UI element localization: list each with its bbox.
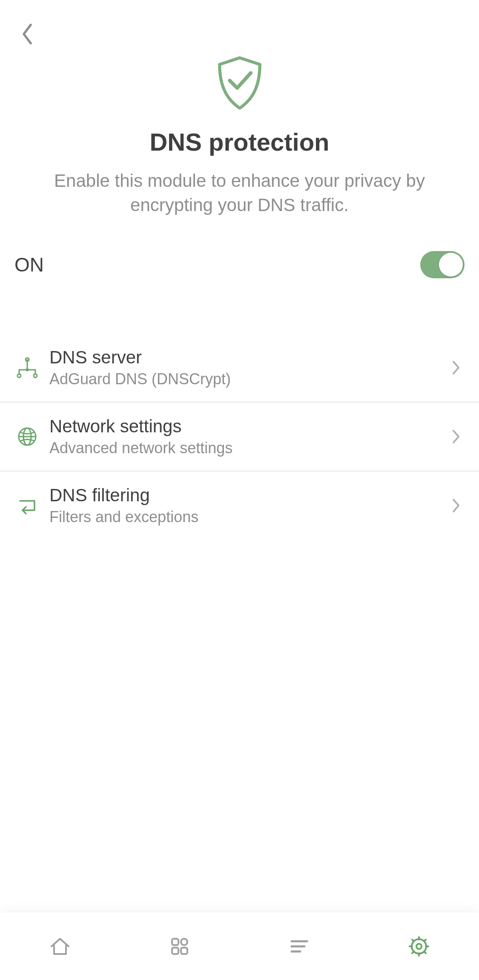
svg-point-5 <box>17 374 21 377</box>
list-item-text: DNS filtering Filters and exceptions <box>49 485 447 526</box>
tab-home[interactable] <box>41 927 79 966</box>
network-settings-item[interactable]: Network settings Advanced network settin… <box>0 403 479 471</box>
page-subtitle: Enable this module to enhance your priva… <box>26 169 453 217</box>
chevron-right-icon <box>447 359 465 376</box>
toggle-state-label: ON <box>14 253 44 276</box>
dns-server-item[interactable]: DNS server AdGuard DNS (DNSCrypt) <box>0 334 479 403</box>
bottom-tabbar <box>0 912 479 980</box>
globe-icon <box>14 426 40 447</box>
item-subtitle: Advanced network settings <box>49 439 447 457</box>
home-icon <box>48 934 72 958</box>
list-item-text: Network settings Advanced network settin… <box>49 416 447 457</box>
item-title: Network settings <box>49 416 447 437</box>
item-title: DNS filtering <box>49 485 447 506</box>
list-lines-icon <box>287 934 311 958</box>
chevron-right-icon <box>447 497 465 514</box>
settings-list: DNS server AdGuard DNS (DNSCrypt) Networ… <box>0 334 479 540</box>
shield-check-icon <box>26 55 453 111</box>
svg-point-7 <box>26 369 29 371</box>
list-item-text: DNS server AdGuard DNS (DNSCrypt) <box>49 347 447 388</box>
tab-logs[interactable] <box>280 927 318 966</box>
toggle-knob <box>439 253 463 277</box>
master-toggle[interactable] <box>420 251 465 278</box>
svg-point-19 <box>412 939 426 954</box>
svg-rect-14 <box>181 948 187 954</box>
chevron-left-icon <box>20 23 34 46</box>
svg-point-18 <box>416 944 422 949</box>
gear-icon <box>407 934 431 958</box>
svg-rect-11 <box>172 939 178 945</box>
chevron-right-icon <box>447 428 465 445</box>
svg-rect-13 <box>172 948 178 954</box>
apps-grid-icon <box>168 934 192 958</box>
svg-point-6 <box>34 374 37 377</box>
master-toggle-row: ON <box>0 217 479 278</box>
hero: DNS protection Enable this module to enh… <box>0 43 479 217</box>
dns-server-icon <box>14 357 40 378</box>
item-subtitle: AdGuard DNS (DNSCrypt) <box>49 370 447 388</box>
item-title: DNS server <box>49 347 447 368</box>
tab-settings[interactable] <box>400 927 438 966</box>
svg-point-12 <box>181 939 187 945</box>
filter-arrow-icon <box>14 495 40 516</box>
page-title: DNS protection <box>26 128 453 156</box>
item-subtitle: Filters and exceptions <box>49 508 447 526</box>
header <box>0 0 479 43</box>
tab-apps[interactable] <box>161 927 199 966</box>
dns-filtering-item[interactable]: DNS filtering Filters and exceptions <box>0 471 479 540</box>
